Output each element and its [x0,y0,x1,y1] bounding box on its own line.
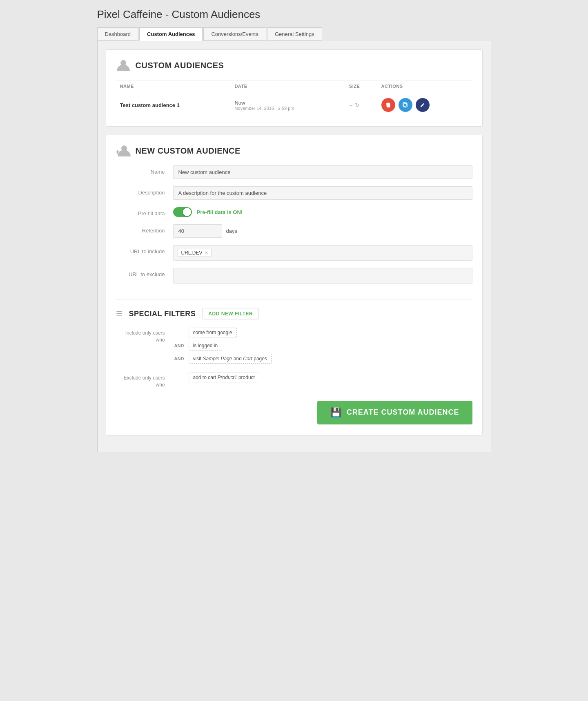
retention-input-row: days [173,224,472,238]
filters-header: ☰ SPECIAL FILTERS ADD NEW FILTER [116,308,472,319]
table-row: Test custom audience 1 Now November 14, … [116,92,472,118]
tab-custom-audiences[interactable]: Custom Audiences [139,27,203,41]
toggle-row: Pre-fill data is ON! [173,207,472,217]
url-tag-text: URL.DEV [181,250,203,256]
name-label: Name [116,165,173,175]
url-include-input[interactable]: URL.DEV × [173,245,472,261]
url-exclude-field [173,268,472,284]
retention-row: Retention days [116,224,472,238]
main-content: CUSTOM AUDIENCES NAME DATE SIZE ACTIONS … [97,41,491,452]
prefill-label: Pre-fill data [116,207,173,217]
url-tag: URL.DEV × [178,249,212,257]
description-input[interactable] [173,186,472,200]
prefill-status: Pre-fill data is ON! [197,209,243,215]
new-audience-title: NEW CUSTOM AUDIENCE [136,146,241,156]
col-date: DATE [230,80,345,92]
section-divider [116,291,472,291]
name-input[interactable] [173,165,472,179]
page-title: Pixel Caffeine - Custom Audiences [97,8,491,21]
add-filter-button[interactable]: ADD NEW FILTER [202,308,259,319]
special-filters-section: ☰ SPECIAL FILTERS ADD NEW FILTER Include… [116,299,472,388]
url-exclude-label: URL to exclude [116,268,173,277]
description-field [173,186,472,200]
url-include-row: URL to include URL.DEV × [116,245,472,261]
create-btn-label: CREATE CUSTOM AUDIENCE [347,408,459,417]
filters-title: SPECIAL FILTERS [129,310,196,318]
audience-actions [377,92,472,118]
exclude-filter-row: Exclude only users who add to cart Produ… [116,373,472,388]
date-secondary: November 14, 2016 - 2:59 pm [234,106,341,111]
existing-audiences-card: CUSTOM AUDIENCES NAME DATE SIZE ACTIONS … [106,49,483,127]
create-audience-button[interactable]: 💾 CREATE CUSTOM AUDIENCE [317,401,472,424]
col-name: NAME [116,80,231,92]
date-primary: Now [234,100,341,106]
exclude-label: Exclude only users who [116,373,173,388]
description-label: Description [116,186,173,196]
retention-label: Retention [116,224,173,234]
tab-conversions-events[interactable]: Conversions/Events [203,27,266,41]
tab-bar: Dashboard Custom Audiences Conversions/E… [97,27,491,41]
include-filter-row: Include only users who come from google … [116,328,472,367]
include-conditions: come from google AND is logged in AND vi… [173,328,472,367]
add-audience-icon [116,143,131,158]
edit-button[interactable] [416,98,430,112]
retention-input[interactable] [173,224,222,238]
filter-condition-3: AND visit Sample Page and Cart pages [173,354,472,364]
audience-icon [116,58,131,73]
filter-condition-1: come from google [173,328,472,337]
filters-icon: ☰ [116,309,122,318]
connector-and-1: AND [173,343,185,348]
filter-chip-2[interactable]: is logged in [189,341,223,350]
prefill-toggle[interactable] [173,207,192,217]
create-btn-row: 💾 CREATE CUSTOM AUDIENCE [116,394,472,427]
filter-condition-2: AND is logged in [173,341,472,350]
card-header-audiences: CUSTOM AUDIENCES [116,58,472,73]
retention-unit: days [226,228,237,234]
url-exclude-row: URL to exclude [116,268,472,284]
audience-date: Now November 14, 2016 - 2:59 pm [230,92,345,118]
refresh-icon[interactable]: ↻ [355,102,360,108]
exclude-conditions: add to cart Product1 product [173,373,472,386]
connector-and-2: AND [173,356,185,361]
col-actions: ACTIONS [377,80,472,92]
new-audience-card: NEW CUSTOM AUDIENCE Name Description Pre… [106,135,483,435]
prefill-field: Pre-fill data is ON! [173,207,472,217]
delete-button[interactable] [381,98,395,112]
exclude-condition-1: add to cart Product1 product [173,373,472,382]
filter-chip-1[interactable]: come from google [189,328,237,337]
description-row: Description [116,186,472,200]
actions-cell [381,98,468,112]
size-value: -- [349,102,353,108]
prefill-row: Pre-fill data Pre-fill data is ON! [116,207,472,217]
tab-dashboard[interactable]: Dashboard [97,27,139,41]
copy-button[interactable] [399,98,412,112]
existing-audiences-title: CUSTOM AUDIENCES [136,61,224,70]
url-exclude-input[interactable] [173,268,472,284]
tab-general-settings[interactable]: General Settings [267,27,322,41]
exclude-chip-1[interactable]: add to cart Product1 product [189,373,259,382]
audiences-table: NAME DATE SIZE ACTIONS Test custom audie… [116,80,472,118]
new-audience-card-header: NEW CUSTOM AUDIENCE [116,143,472,158]
audience-size: -- ↻ [345,92,377,118]
filter-chip-3[interactable]: visit Sample Page and Cart pages [189,354,272,364]
url-tag-remove[interactable]: × [205,250,208,256]
url-include-field: URL.DEV × [173,245,472,261]
url-include-label: URL to include [116,245,173,255]
name-row: Name [116,165,472,179]
name-field [173,165,472,179]
audience-name: Test custom audience 1 [116,92,231,118]
save-icon: 💾 [330,407,342,418]
col-size: SIZE [345,80,377,92]
include-label: Include only users who [116,328,173,344]
retention-field: days [173,224,472,238]
